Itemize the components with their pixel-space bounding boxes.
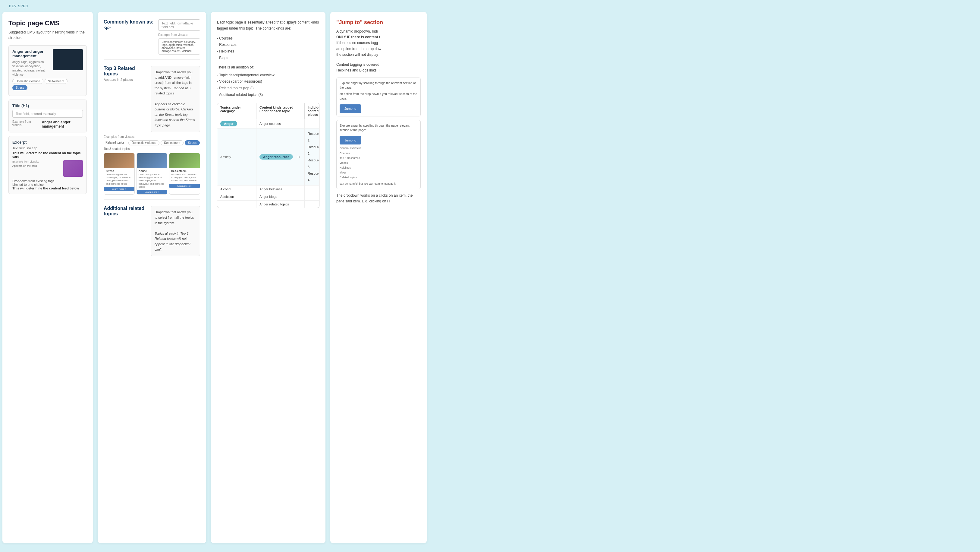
top3-row: Top 3 Related topics Appears in 2 places… <box>103 66 200 132</box>
cell-alcohol: Alcohol <box>217 185 256 193</box>
mock1-text: Explore anger by scrolling through the r… <box>340 81 417 90</box>
addition-related-top3: Related topics (top 3) <box>217 85 320 92</box>
resource-3: Resource 3 <box>308 157 320 170</box>
commonly-label: Commonly known as: <p> <box>103 19 153 30</box>
additional-row: Additional related topics Dropdown that … <box>103 206 200 256</box>
table-row-alcohol: Alcohol Anger helplines <box>217 185 319 193</box>
resource-4: Resource 4 <box>308 170 320 183</box>
h1-example-label: Example from visuals: <box>12 120 35 127</box>
card-abuse-body: Abuse Overcoming mental wellbeing proble… <box>137 168 167 190</box>
card-self-esteem-img <box>169 153 200 168</box>
cell-addiction: Addiction <box>217 193 256 200</box>
cell-anger-courses: Anger courses <box>256 119 305 128</box>
jump-desc-2: Content tagging is covered Helplines and… <box>336 62 421 73</box>
card-stress-desc: Overcoming mental challenges, problems i… <box>106 173 133 186</box>
card-stress: Stress Overcoming mental challenges, pro… <box>103 153 135 195</box>
content-kind-helplines: Helplines <box>217 48 320 55</box>
nav-blogs: Blogs <box>340 170 417 175</box>
cell-blogs-resources <box>305 193 319 200</box>
cell-anger-helplines: Anger helplines <box>256 185 305 193</box>
card-abuse: Abuse Overcoming mental wellbeing proble… <box>137 153 167 195</box>
top3-description: Dropdown that allows you to add AND remo… <box>154 70 196 96</box>
tag-self-esteem-2: Self-esteem <box>161 140 183 145</box>
nav-helplines: Helplines <box>340 165 417 170</box>
commonly-known-section: Commonly known as: <p> Text field, forma… <box>103 19 200 60</box>
tag-stress-2: Stress <box>185 140 200 145</box>
screenshot-mock-2: Explore anger by scrolling through the p… <box>336 120 421 189</box>
card-abuse-img <box>137 153 167 168</box>
anger-tags: Domestic violence Self-esteem Stress <box>12 79 83 90</box>
excerpt-label: Excerpt <box>12 140 83 145</box>
addition-videos: Videos (part of Resources) <box>217 78 320 85</box>
top3-label-block: Top 3 Related topics Appears in 2 places <box>103 66 146 84</box>
anger-section-block: Anger and anger management angry, rage, … <box>8 45 87 96</box>
content-kind-blogs: Blogs <box>217 55 320 62</box>
nav-related: Related topics <box>340 175 417 180</box>
cell-anger-related-topics: Anger related topics <box>256 201 305 208</box>
table-header: Topics under category* Content kinds tag… <box>217 103 319 119</box>
main-layout: Topic page CMS Suggested CMS layout for … <box>0 12 980 549</box>
intro-text: Each topic page is essentially a feed th… <box>217 19 320 32</box>
header-content-kinds: Content kinds tagged under chosen topic <box>256 103 305 119</box>
top3-desc-block: Dropdown that allows you to add AND remo… <box>151 66 200 132</box>
tag-domestic: Domestic violence <box>12 79 43 84</box>
content-kind-resources: Resources <box>217 41 320 48</box>
card-self-esteem-learn-more[interactable]: Learn more > <box>169 184 200 188</box>
header-individual: Individual content pieces <box>305 103 320 119</box>
top3-desc-box: Dropdown that allows you to add AND remo… <box>151 66 200 132</box>
table-row-related: Anger related topics <box>217 201 319 208</box>
top3-sublabel: Appears in 2 places <box>103 78 146 81</box>
h1-section-title: Title (H1) <box>12 104 83 108</box>
top3-label: Top 3 Related topics <box>103 66 146 77</box>
card-stress-body: Stress Overcoming mental challenges, pro… <box>104 168 134 187</box>
top3-italic-desc: Appears as clickable buttons or blurbs. … <box>154 102 195 127</box>
anger-pill: Anger <box>220 121 237 126</box>
top3-section: Top 3 Related topics Appears in 2 places… <box>103 66 200 200</box>
tag-stress: Stress <box>12 85 27 90</box>
excerpt-limited: Limited to one choice <box>12 183 83 187</box>
card-self-esteem-title: Self-esteem <box>171 169 198 172</box>
commonly-text-field[interactable]: Text field, formattable field box <box>158 19 200 31</box>
panel-jump-to: "Jump to" section A dynamic dropdown. In… <box>330 12 427 543</box>
additional-italic-desc: Topics already in Top 3 Related topics w… <box>154 232 191 251</box>
card-abuse-learn-more[interactable]: Learn more > <box>137 190 167 194</box>
panel-fields: Commonly known as: <p> Text field, forma… <box>98 12 206 543</box>
cell-related-resources <box>305 201 319 208</box>
excerpt-dropdown-text: Dropdown from existing tags <box>12 179 83 183</box>
resource-2: Resource 2 <box>308 144 320 157</box>
excerpt-thumbnail <box>63 160 83 177</box>
excerpt-section-block: Excerpt Text field, no cap This will det… <box>8 136 87 194</box>
additional-section: Additional related topics Dropdown that … <box>103 206 200 261</box>
cell-helplines-resources <box>305 185 319 193</box>
jump-to-button-2[interactable]: Jump to <box>340 136 361 145</box>
cell-empty <box>217 201 256 208</box>
panel1-subtitle: Suggested CMS layout for inserting field… <box>8 30 87 40</box>
commonly-example-box: Commonly known as: angry, rage, aggressi… <box>158 38 200 54</box>
anger-resources-pill: Anger resources <box>259 154 293 160</box>
h1-section-block: Title (H1) Text field, entered manually … <box>8 99 87 132</box>
excerpt-desc: Text field, no cap <box>12 146 83 150</box>
nav-videos: Videos <box>340 161 417 165</box>
jump-to-button-1[interactable]: Jump to <box>340 104 361 113</box>
addition-overview: Topic description/general overview <box>217 72 320 79</box>
card-self-esteem: Self-esteem A collection of materials to… <box>169 153 200 195</box>
nav-resources: Top 5 Resources <box>340 156 417 161</box>
mock2-bottom: can be harmful, but you can learn to man… <box>340 182 417 186</box>
header-topic: Topics under category* <box>217 103 256 119</box>
jump-to-title: "Jump to" section <box>336 19 421 26</box>
card-stress-learn-more[interactable]: Learn more > <box>104 187 134 191</box>
top3-examples: Examples from visuals: Related topics: D… <box>103 135 200 195</box>
h1-text-field[interactable]: Text field, entered manually <box>12 110 83 118</box>
commonly-label-block: Commonly known as: <p> <box>103 19 153 31</box>
related-cards: Stress Overcoming mental challenges, pro… <box>103 153 200 195</box>
cell-anxiety: Anxiety <box>217 129 256 185</box>
nav-courses: Courses <box>340 151 417 156</box>
arrow-icon: → <box>296 154 301 160</box>
cell-anger-blogs: Anger blogs <box>256 193 305 200</box>
card-abuse-title: Abuse <box>138 169 165 172</box>
nav-general: General overview <box>340 146 417 150</box>
cell-resources-list: Resource 1 Resource 2 Resource 3 Resourc… <box>305 129 320 185</box>
dropdown-desc: The dropdown works on a clicks on an ite… <box>336 193 421 204</box>
card-stress-img <box>104 153 134 168</box>
top3-example-label: Examples from visuals: <box>103 135 200 139</box>
